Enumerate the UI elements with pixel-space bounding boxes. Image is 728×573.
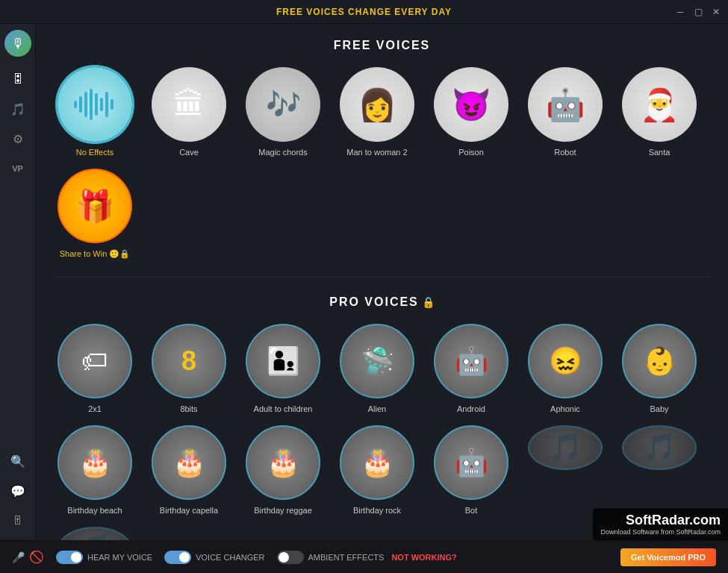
hear-my-voice-knob: [71, 552, 81, 563]
robot-icon: 🤖: [546, 87, 585, 123]
app-layout: 🎙 🎛 🎵 ⚙ VP 🔍 💬 🎚 FREE VOICES: [0, 24, 728, 540]
voice-item-aphonic[interactable]: 😖 Aphonic: [524, 324, 606, 413]
voice-item-2x1[interactable]: 🏷 2x1: [54, 324, 136, 413]
voice-item-poison[interactable]: 😈 Poison: [430, 67, 512, 157]
close-button[interactable]: ✕: [710, 6, 722, 18]
voice-circle-more3: 🎵: [57, 527, 132, 540]
voice-label-santa: Santa: [649, 148, 671, 157]
voice-item-share-to-win[interactable]: 🎁 Share to Win 🙂🔒: [54, 169, 136, 259]
voice-item-birthday-capella[interactable]: 🎂 Birthday capella: [148, 425, 230, 515]
sidebar-item-effects[interactable]: 🎛: [4, 66, 31, 93]
svg-rect-5: [100, 98, 103, 111]
voice-changer-toggle[interactable]: [164, 551, 191, 564]
svg-rect-3: [90, 89, 93, 120]
voice-circle-robot: 🤖: [528, 67, 603, 142]
santa-icon: 🎅: [640, 87, 679, 123]
svg-rect-1: [79, 96, 82, 113]
voice-label-no-effects: No Effects: [76, 148, 114, 157]
mic-mute-icon: 🎤: [12, 551, 25, 563]
pro-lock-icon: 🔒: [422, 296, 435, 308]
voice-label-birthday-rock: Birthday rock: [353, 506, 401, 515]
more3-icon: 🎵: [78, 533, 112, 540]
voice-circle-cave: 🏛: [152, 67, 226, 142]
voice-circle-birthday-capella: 🎂: [152, 425, 226, 500]
watermark-sub: Download Software from SoftRadar.com: [600, 528, 721, 536]
voice-item-cave[interactable]: 🏛 Cave: [148, 67, 230, 157]
voice-label-robot: Robot: [554, 148, 576, 157]
birthday-reggae-icon: 🎂: [267, 447, 300, 478]
sidebar: 🎙 🎛 🎵 ⚙ VP 🔍 💬 🎚: [0, 24, 36, 540]
sidebar-item-tune[interactable]: 🎚: [4, 507, 31, 534]
voice-circle-more2: 🎵: [622, 425, 697, 470]
free-voices-grid: No Effects 🏛 Cave 🎶 Magic chords 👩: [54, 67, 710, 259]
svg-rect-6: [105, 92, 108, 117]
voice-item-baby[interactable]: 👶 Baby: [618, 324, 700, 413]
sidebar-item-music[interactable]: 🎵: [4, 96, 31, 122]
bottom-bar: 🎤 🚫 HEAR MY VOICE VOICE CHANGER AMBIENT …: [0, 540, 728, 573]
2x1-icon: 🏷: [81, 345, 108, 377]
voice-circle-birthday-reggae: 🎂: [246, 425, 320, 500]
sidebar-item-vp[interactable]: VP: [4, 155, 31, 182]
ambient-effects-knob: [279, 552, 289, 563]
poison-icon: 😈: [452, 87, 491, 123]
tune-icon: 🎚: [12, 514, 24, 527]
voice-item-birthday-rock[interactable]: 🎂 Birthday rock: [336, 425, 418, 515]
voice-item-more2[interactable]: 🎵: [618, 425, 700, 515]
voice-label-birthday-capella: Birthday capella: [160, 506, 218, 515]
get-pro-button[interactable]: Get Voicemod PRO: [620, 548, 716, 566]
voice-label-baby: Baby: [650, 404, 668, 413]
voice-circle-no-effects: [57, 67, 132, 142]
window-controls: ─ ▢ ✕: [674, 6, 722, 18]
children-icon: 👨‍👦: [267, 345, 300, 377]
voice-item-adult-to-children[interactable]: 👨‍👦 Adult to children: [242, 324, 324, 413]
voice-item-bot[interactable]: 🤖 Bot: [430, 425, 512, 515]
maximize-button[interactable]: ▢: [692, 6, 704, 18]
voice-item-no-effects[interactable]: No Effects: [54, 67, 136, 157]
voice-label-man-to-woman: Man to woman 2: [346, 148, 407, 157]
minimize-button[interactable]: ─: [674, 6, 686, 18]
title-bar: FREE VOICES CHANGE EVERY DAY ─ ▢ ✕: [0, 0, 728, 24]
ambient-effects-label: AMBIENT EFFECTS: [308, 553, 385, 562]
voice-circle-poison: 😈: [434, 67, 508, 142]
more2-icon: 🎵: [643, 432, 676, 463]
voice-item-android[interactable]: 🤖 Android: [430, 324, 512, 413]
voice-label-aphonic: Aphonic: [550, 404, 580, 413]
voice-label-bot: Bot: [465, 506, 478, 515]
voice-item-robot[interactable]: 🤖 Robot: [524, 67, 606, 157]
voice-circle-8bits: 8: [152, 324, 226, 398]
voice-label-android: Android: [457, 404, 485, 413]
cave-icon: 🏛: [173, 87, 205, 122]
voice-circle-share: 🎁: [57, 169, 132, 243]
voice-item-birthday-beach[interactable]: 🎂 Birthday beach: [54, 425, 136, 515]
birthday-capella-icon: 🎂: [172, 447, 206, 478]
voice-circle-man-to-woman: 👩: [340, 67, 414, 142]
section-divider: [54, 277, 710, 278]
voice-circle-2x1: 🏷: [57, 324, 132, 398]
sidebar-item-message[interactable]: 💬: [4, 478, 31, 504]
voice-item-santa[interactable]: 🎅 Santa: [618, 67, 700, 157]
woman-icon: 👩: [358, 87, 396, 123]
sidebar-logo[interactable]: 🎙: [4, 30, 31, 57]
svg-rect-4: [95, 93, 98, 116]
svg-rect-0: [74, 101, 77, 108]
voice-item-man-to-woman[interactable]: 👩 Man to woman 2: [336, 67, 418, 157]
voice-item-more3[interactable]: 🎵: [54, 527, 136, 540]
voice-item-8bits[interactable]: 8 8bits: [148, 324, 230, 413]
voice-label-share: Share to Win 🙂🔒: [60, 249, 131, 259]
voice-item-alien[interactable]: 🛸 Alien: [336, 324, 418, 413]
birthday-beach-icon: 🎂: [78, 447, 112, 478]
alien-icon: 🛸: [361, 345, 394, 377]
message-icon: 💬: [10, 484, 25, 498]
ambient-effects-toggle[interactable]: [277, 551, 304, 564]
watermark: SoftRadar.com Download Software from Sof…: [593, 508, 728, 540]
voice-label-birthday-beach: Birthday beach: [67, 506, 122, 515]
voice-item-magic-chords[interactable]: 🎶 Magic chords: [242, 67, 324, 157]
hear-my-voice-toggle[interactable]: [56, 551, 83, 564]
sidebar-item-settings[interactable]: ⚙: [4, 125, 31, 152]
bot-icon: 🤖: [455, 447, 488, 478]
free-voices-header: FREE VOICES: [54, 39, 710, 52]
sidebar-item-search[interactable]: 🔍: [4, 448, 31, 475]
voice-item-birthday-reggae[interactable]: 🎂 Birthday reggae: [242, 425, 324, 515]
pro-voices-header: PRO VOICES: [329, 295, 419, 309]
voice-item-more1[interactable]: 🎵: [524, 425, 606, 515]
